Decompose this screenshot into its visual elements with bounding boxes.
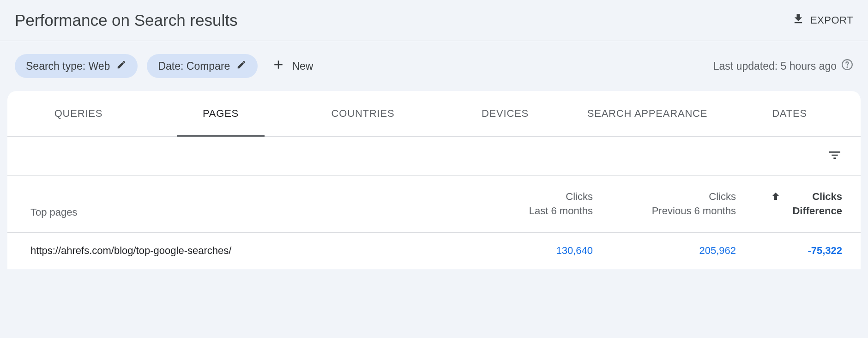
- tabs: QUERIES PAGES COUNTRIES DEVICES SEARCH A…: [7, 91, 861, 137]
- filters-row: Search type: Web Date: Compare New Last …: [0, 41, 868, 91]
- filter-list-icon: [827, 156, 842, 164]
- tab-devices[interactable]: DEVICES: [434, 91, 576, 136]
- row-clicks-difference: -75,322: [736, 245, 842, 257]
- page-header: Performance on Search results EXPORT: [0, 0, 868, 41]
- filter-button[interactable]: [827, 148, 842, 164]
- svg-point-1: [847, 67, 847, 67]
- new-label: New: [292, 60, 313, 72]
- help-icon[interactable]: [841, 59, 853, 73]
- tab-pages[interactable]: PAGES: [150, 91, 292, 136]
- last-updated-text: Last updated: 5 hours ago: [713, 60, 837, 72]
- column-top-pages[interactable]: Top pages: [30, 206, 450, 218]
- column-clicks-current[interactable]: Clicks Last 6 months: [450, 190, 593, 218]
- column-clicks-previous[interactable]: Clicks Previous 6 months: [593, 190, 736, 218]
- filters-left: Search type: Web Date: Compare New: [15, 54, 313, 78]
- tab-queries[interactable]: QUERIES: [7, 91, 150, 136]
- export-button[interactable]: EXPORT: [792, 12, 853, 28]
- row-clicks-previous: 205,962: [593, 245, 736, 257]
- column-clicks-previous-line2: Previous 6 months: [593, 204, 736, 218]
- date-chip[interactable]: Date: Compare: [147, 54, 258, 78]
- export-label: EXPORT: [810, 14, 853, 26]
- table-header: Top pages Clicks Last 6 months Clicks Pr…: [7, 176, 861, 233]
- column-clicks-difference[interactable]: Clicks Difference: [736, 190, 842, 218]
- plus-icon: [271, 58, 285, 74]
- table-row[interactable]: https://ahrefs.com/blog/top-google-searc…: [7, 233, 861, 269]
- search-type-chip[interactable]: Search type: Web: [15, 54, 138, 78]
- row-page-url: https://ahrefs.com/blog/top-google-searc…: [30, 245, 450, 257]
- new-filter-button[interactable]: New: [267, 58, 313, 74]
- column-clicks-current-line2: Last 6 months: [450, 204, 593, 218]
- arrow-up-icon: [770, 190, 781, 205]
- pencil-icon: [116, 60, 127, 72]
- tab-countries[interactable]: COUNTRIES: [292, 91, 434, 136]
- table-toolbar: [7, 137, 861, 176]
- last-updated: Last updated: 5 hours ago: [713, 59, 853, 73]
- download-icon: [792, 12, 805, 28]
- search-type-label: Search type: Web: [26, 60, 110, 72]
- column-clicks-previous-line1: Clicks: [593, 190, 736, 204]
- column-diff-line2: Difference: [792, 204, 842, 218]
- column-diff-line1: Clicks: [792, 190, 842, 204]
- pencil-icon: [236, 60, 247, 72]
- content-card: QUERIES PAGES COUNTRIES DEVICES SEARCH A…: [7, 91, 861, 269]
- date-label: Date: Compare: [158, 60, 230, 72]
- row-clicks-current: 130,640: [450, 245, 593, 257]
- column-clicks-current-line1: Clicks: [450, 190, 593, 204]
- tab-dates[interactable]: DATES: [718, 91, 861, 136]
- tab-search-appearance[interactable]: SEARCH APPEARANCE: [576, 91, 718, 136]
- page-title: Performance on Search results: [15, 11, 237, 30]
